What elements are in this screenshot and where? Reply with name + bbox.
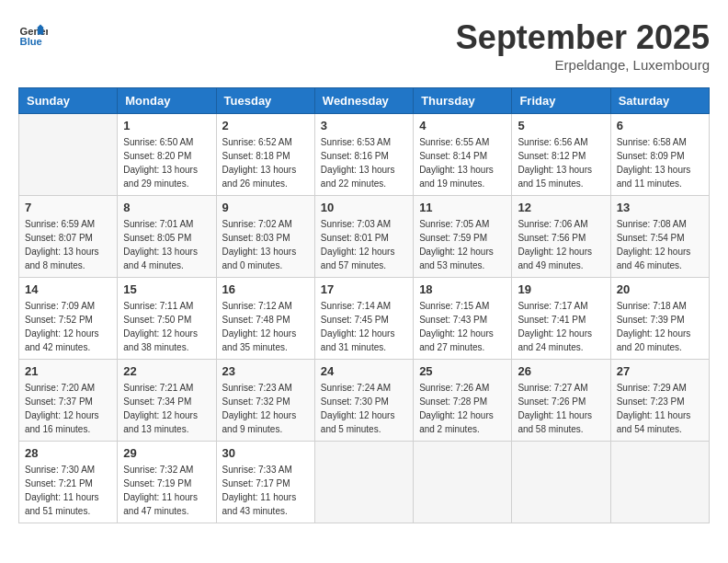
calendar-cell: 2Sunrise: 6:52 AMSunset: 8:18 PMDaylight…	[216, 114, 314, 196]
day-info: Sunrise: 7:20 AMSunset: 7:37 PMDaylight:…	[25, 381, 111, 436]
day-number: 30	[222, 446, 309, 460]
day-number: 1	[123, 119, 210, 132]
calendar-cell: 26Sunrise: 7:27 AMSunset: 7:26 PMDayligh…	[512, 360, 610, 442]
day-number: 7	[25, 201, 111, 214]
day-number: 16	[222, 282, 309, 296]
calendar-week-row: 28Sunrise: 7:30 AMSunset: 7:21 PMDayligh…	[19, 442, 710, 523]
day-number: 15	[123, 282, 210, 296]
calendar-cell: 22Sunrise: 7:21 AMSunset: 7:34 PMDayligh…	[118, 360, 216, 442]
day-info: Sunrise: 7:05 AMSunset: 7:59 PMDaylight:…	[419, 217, 506, 272]
day-number: 20	[617, 282, 703, 296]
calendar-cell: 13Sunrise: 7:08 AMSunset: 7:54 PMDayligh…	[610, 196, 709, 278]
day-number: 4	[419, 119, 506, 132]
col-header-monday: Monday	[118, 88, 216, 114]
calendar-cell: 17Sunrise: 7:14 AMSunset: 7:45 PMDayligh…	[314, 278, 413, 360]
col-header-friday: Friday	[512, 88, 610, 114]
day-info: Sunrise: 6:59 AMSunset: 8:07 PMDaylight:…	[25, 217, 111, 272]
day-number: 9	[222, 201, 309, 214]
day-info: Sunrise: 7:26 AMSunset: 7:28 PMDaylight:…	[419, 381, 506, 436]
day-number: 27	[617, 364, 703, 378]
day-number: 19	[518, 282, 604, 296]
calendar-cell: 4Sunrise: 6:55 AMSunset: 8:14 PMDaylight…	[414, 114, 512, 196]
day-info: Sunrise: 7:29 AMSunset: 7:23 PMDaylight:…	[617, 381, 703, 436]
day-number: 21	[25, 364, 111, 378]
day-number: 14	[25, 282, 111, 296]
day-number: 28	[25, 446, 111, 460]
calendar-cell	[610, 442, 709, 523]
day-info: Sunrise: 7:14 AMSunset: 7:45 PMDaylight:…	[321, 299, 407, 354]
day-info: Sunrise: 6:58 AMSunset: 8:09 PMDaylight:…	[617, 135, 703, 190]
calendar-cell: 1Sunrise: 6:50 AMSunset: 8:20 PMDaylight…	[118, 114, 216, 196]
day-number: 8	[123, 201, 210, 214]
calendar-cell: 6Sunrise: 6:58 AMSunset: 8:09 PMDaylight…	[610, 114, 709, 196]
day-info: Sunrise: 7:15 AMSunset: 7:43 PMDaylight:…	[419, 299, 506, 354]
day-number: 12	[518, 201, 604, 214]
day-number: 3	[321, 119, 407, 132]
day-number: 23	[222, 364, 309, 378]
month-title: September 2025	[456, 18, 710, 57]
title-block: September 2025 Erpeldange, Luxembourg	[456, 18, 710, 73]
day-info: Sunrise: 7:24 AMSunset: 7:30 PMDaylight:…	[321, 381, 407, 436]
day-info: Sunrise: 7:30 AMSunset: 7:21 PMDaylight:…	[25, 463, 111, 518]
day-info: Sunrise: 7:09 AMSunset: 7:52 PMDaylight:…	[25, 299, 111, 354]
day-info: Sunrise: 6:56 AMSunset: 8:12 PMDaylight:…	[518, 135, 604, 190]
day-number: 26	[518, 364, 604, 378]
calendar-cell: 30Sunrise: 7:33 AMSunset: 7:17 PMDayligh…	[216, 442, 314, 523]
col-header-wednesday: Wednesday	[314, 88, 413, 114]
day-number: 17	[321, 282, 407, 296]
day-number: 25	[419, 364, 506, 378]
calendar-cell: 25Sunrise: 7:26 AMSunset: 7:28 PMDayligh…	[414, 360, 512, 442]
day-info: Sunrise: 7:17 AMSunset: 7:41 PMDaylight:…	[518, 299, 604, 354]
day-info: Sunrise: 6:52 AMSunset: 8:18 PMDaylight:…	[222, 135, 309, 190]
calendar-cell: 10Sunrise: 7:03 AMSunset: 8:01 PMDayligh…	[314, 196, 413, 278]
day-info: Sunrise: 7:08 AMSunset: 7:54 PMDaylight:…	[617, 217, 703, 272]
calendar-cell: 18Sunrise: 7:15 AMSunset: 7:43 PMDayligh…	[414, 278, 512, 360]
calendar-cell: 9Sunrise: 7:02 AMSunset: 8:03 PMDaylight…	[216, 196, 314, 278]
day-info: Sunrise: 7:23 AMSunset: 7:32 PMDaylight:…	[222, 381, 309, 436]
calendar-cell: 21Sunrise: 7:20 AMSunset: 7:37 PMDayligh…	[19, 360, 118, 442]
day-info: Sunrise: 6:50 AMSunset: 8:20 PMDaylight:…	[123, 135, 210, 190]
calendar-cell	[414, 442, 512, 523]
day-info: Sunrise: 7:21 AMSunset: 7:34 PMDaylight:…	[123, 381, 210, 436]
day-number: 5	[518, 119, 604, 132]
day-info: Sunrise: 7:01 AMSunset: 8:05 PMDaylight:…	[123, 217, 210, 272]
calendar-cell: 8Sunrise: 7:01 AMSunset: 8:05 PMDaylight…	[118, 196, 216, 278]
day-number: 24	[321, 364, 407, 378]
calendar-cell: 5Sunrise: 6:56 AMSunset: 8:12 PMDaylight…	[512, 114, 610, 196]
calendar-cell: 24Sunrise: 7:24 AMSunset: 7:30 PMDayligh…	[314, 360, 413, 442]
col-header-sunday: Sunday	[19, 88, 118, 114]
day-number: 2	[222, 119, 309, 132]
calendar-cell: 27Sunrise: 7:29 AMSunset: 7:23 PMDayligh…	[610, 360, 709, 442]
calendar-cell: 7Sunrise: 6:59 AMSunset: 8:07 PMDaylight…	[19, 196, 118, 278]
calendar-cell: 23Sunrise: 7:23 AMSunset: 7:32 PMDayligh…	[216, 360, 314, 442]
calendar-cell: 12Sunrise: 7:06 AMSunset: 7:56 PMDayligh…	[512, 196, 610, 278]
col-header-tuesday: Tuesday	[216, 88, 314, 114]
calendar-week-row: 14Sunrise: 7:09 AMSunset: 7:52 PMDayligh…	[19, 278, 710, 360]
calendar-cell	[19, 114, 118, 196]
svg-text:General: General	[20, 26, 48, 37]
svg-text:Blue: Blue	[20, 36, 42, 47]
day-number: 22	[123, 364, 210, 378]
day-info: Sunrise: 7:33 AMSunset: 7:17 PMDaylight:…	[222, 463, 309, 518]
calendar-cell: 20Sunrise: 7:18 AMSunset: 7:39 PMDayligh…	[610, 278, 709, 360]
day-number: 18	[419, 282, 506, 296]
calendar-cell	[314, 442, 413, 523]
day-info: Sunrise: 7:18 AMSunset: 7:39 PMDaylight:…	[617, 299, 703, 354]
day-number: 10	[321, 201, 407, 214]
day-info: Sunrise: 7:27 AMSunset: 7:26 PMDaylight:…	[518, 381, 604, 436]
calendar-cell: 29Sunrise: 7:32 AMSunset: 7:19 PMDayligh…	[118, 442, 216, 523]
col-header-thursday: Thursday	[414, 88, 512, 114]
calendar-week-row: 21Sunrise: 7:20 AMSunset: 7:37 PMDayligh…	[19, 360, 710, 442]
calendar-cell	[512, 442, 610, 523]
calendar-cell: 19Sunrise: 7:17 AMSunset: 7:41 PMDayligh…	[512, 278, 610, 360]
calendar-cell: 28Sunrise: 7:30 AMSunset: 7:21 PMDayligh…	[19, 442, 118, 523]
calendar-cell: 16Sunrise: 7:12 AMSunset: 7:48 PMDayligh…	[216, 278, 314, 360]
calendar-week-row: 1Sunrise: 6:50 AMSunset: 8:20 PMDaylight…	[19, 114, 710, 196]
day-info: Sunrise: 7:02 AMSunset: 8:03 PMDaylight:…	[222, 217, 309, 272]
calendar-table: SundayMondayTuesdayWednesdayThursdayFrid…	[18, 87, 710, 523]
calendar-cell: 14Sunrise: 7:09 AMSunset: 7:52 PMDayligh…	[19, 278, 118, 360]
calendar-cell: 15Sunrise: 7:11 AMSunset: 7:50 PMDayligh…	[118, 278, 216, 360]
calendar-week-row: 7Sunrise: 6:59 AMSunset: 8:07 PMDaylight…	[19, 196, 710, 278]
col-header-saturday: Saturday	[610, 88, 709, 114]
day-info: Sunrise: 7:03 AMSunset: 8:01 PMDaylight:…	[321, 217, 407, 272]
